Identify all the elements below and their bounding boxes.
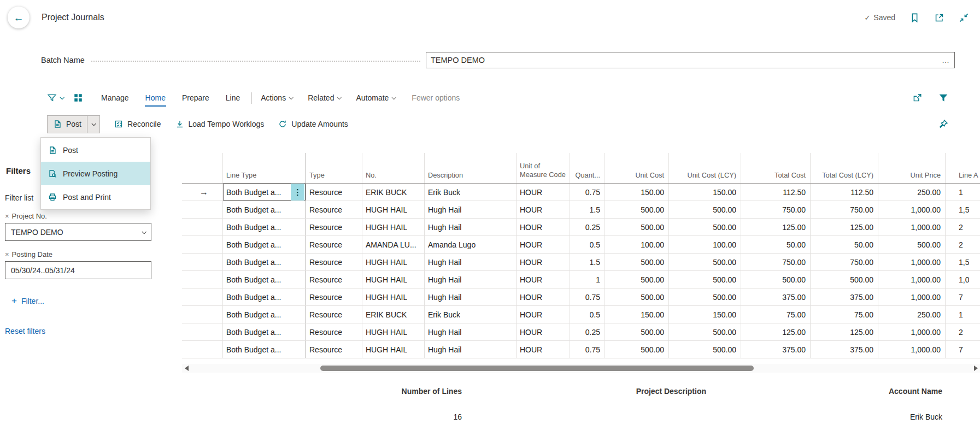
cell-total-cost-lcy[interactable]: 375.00 [811, 341, 878, 358]
cell-unit-cost[interactable]: 500.00 [605, 271, 669, 288]
cell-unit-cost[interactable]: 500.00 [605, 201, 669, 218]
cell-total-cost[interactable]: 375.00 [741, 341, 811, 358]
cell-no[interactable]: HUGH HAIL [362, 323, 425, 340]
cell-total-cost-lcy[interactable]: 75.00 [811, 306, 878, 323]
filter-icon[interactable] [938, 93, 948, 103]
cell-unit-of-measure[interactable]: HOUR [517, 236, 570, 253]
cell-unit-cost[interactable]: 150.00 [605, 306, 669, 323]
pin-icon[interactable] [938, 119, 948, 129]
cell-total-cost-lcy[interactable]: 750.00 [811, 201, 878, 218]
cell-total-cost[interactable]: 50.00 [741, 236, 811, 253]
saved-views-icon[interactable] [47, 93, 63, 103]
table-row[interactable]: → Both Budget a... ⋮ Resource HUGH HAIL … [182, 201, 980, 219]
cell-line-type[interactable]: Both Budget a... ⋮ [223, 271, 306, 288]
menu-item-post[interactable]: Post [41, 138, 150, 162]
cell-type[interactable]: Resource [306, 201, 362, 218]
cell-unit-of-measure[interactable]: HOUR [517, 254, 570, 270]
table-row[interactable]: → Both Budget a... ⋮ Resource ERIK BUCK … [182, 184, 980, 201]
cell-description[interactable]: Amanda Lugo [425, 236, 517, 253]
cell-unit-cost-lcy[interactable]: 100.00 [669, 236, 741, 253]
cell-total-cost[interactable]: 75.00 [741, 306, 811, 323]
menu-related[interactable]: Related [308, 93, 341, 102]
table-row[interactable]: → Both Budget a... ⋮ Resource HUGH HAIL … [182, 323, 980, 341]
column-header-no[interactable]: No. [362, 153, 425, 183]
cell-quantity[interactable]: 0.75 [570, 341, 605, 358]
cell-type[interactable]: Resource [306, 323, 362, 340]
cell-unit-cost[interactable]: 150.00 [605, 184, 669, 201]
cell-quantity[interactable]: 1.5 [570, 254, 605, 270]
cell-unit-cost-lcy[interactable]: 500.00 [669, 288, 741, 305]
cell-line-amount[interactable]: 2 [946, 236, 980, 253]
menu-actions[interactable]: Actions [261, 93, 292, 102]
cell-description[interactable]: Erik Buck [425, 306, 517, 323]
cell-unit-price[interactable]: 1,000.00 [878, 271, 946, 288]
table-row[interactable]: → Both Budget a... ⋮ Resource HUGH HAIL … [182, 219, 980, 236]
cell-quantity[interactable]: 1 [570, 271, 605, 288]
horizontal-scrollbar[interactable] [182, 364, 980, 373]
cell-unit-price[interactable]: 1,000.00 [878, 254, 946, 270]
cell-description[interactable]: Erik Buck [425, 184, 517, 201]
column-header-unit-price[interactable]: Unit Price [878, 153, 946, 183]
cell-line-amount[interactable]: 1 [946, 184, 980, 201]
cell-quantity[interactable]: 0.5 [570, 236, 605, 253]
row-context-menu-button[interactable]: ⋮ [291, 184, 304, 201]
scrollbar-thumb[interactable] [320, 366, 754, 371]
cell-line-type[interactable]: Both Budget a... ⋮ [223, 219, 306, 235]
add-filter-button[interactable]: + Filter... [11, 296, 44, 305]
cell-unit-cost[interactable]: 500.00 [605, 341, 669, 358]
cell-no[interactable]: HUGH HAIL [362, 288, 425, 305]
scroll-left-button[interactable] [182, 364, 191, 373]
cell-unit-cost[interactable]: 100.00 [605, 236, 669, 253]
cell-unit-cost[interactable]: 500.00 [605, 219, 669, 235]
cell-unit-of-measure[interactable]: HOUR [517, 306, 570, 323]
cell-total-cost[interactable]: 125.00 [741, 219, 811, 235]
cell-unit-price[interactable]: 1,000.00 [878, 341, 946, 358]
cell-no[interactable]: HUGH HAIL [362, 219, 425, 235]
share-icon[interactable] [912, 93, 922, 103]
table-row[interactable]: → Both Budget a... ⋮ Resource HUGH HAIL … [182, 341, 980, 358]
cell-line-amount[interactable]: 7 [946, 288, 980, 305]
table-row[interactable]: → Both Budget a... ⋮ Resource AMANDA LU.… [182, 236, 980, 254]
cell-unit-of-measure[interactable]: HOUR [517, 219, 570, 235]
cell-line-type[interactable]: Both Budget a... ⋮ [223, 254, 306, 270]
cell-type[interactable]: Resource [306, 184, 362, 201]
cell-total-cost-lcy[interactable]: 125.00 [811, 219, 878, 235]
cell-line-amount[interactable]: 1,5 [946, 201, 980, 218]
remove-filter-icon[interactable]: × [5, 212, 9, 220]
cell-description[interactable]: Hugh Hail [425, 219, 517, 235]
project-no-combobox[interactable]: TEMPO DEMO [5, 223, 151, 241]
reconcile-button[interactable]: Reconcile [114, 120, 161, 128]
table-row[interactable]: → Both Budget a... ⋮ Resource HUGH HAIL … [182, 288, 980, 306]
cell-description[interactable]: Hugh Hail [425, 323, 517, 340]
cell-unit-cost-lcy[interactable]: 500.00 [669, 219, 741, 235]
cell-description[interactable]: Hugh Hail [425, 254, 517, 270]
cell-no[interactable]: AMANDA LU... [362, 236, 425, 253]
column-header-total-cost-lcy[interactable]: Total Cost (LCY) [811, 153, 878, 183]
column-header-line-type[interactable]: Line Type [223, 153, 306, 183]
collapse-icon[interactable] [959, 13, 969, 23]
column-header-unit-of-measure-code[interactable]: Unit of Measure Code [517, 153, 570, 183]
cell-unit-cost[interactable]: 500.00 [605, 323, 669, 340]
post-dropdown-toggle[interactable] [87, 116, 99, 133]
cell-total-cost[interactable]: 375.00 [741, 288, 811, 305]
column-header-total-cost[interactable]: Total Cost [741, 153, 811, 183]
scroll-right-button[interactable] [971, 364, 980, 373]
cell-description[interactable]: Hugh Hail [425, 341, 517, 358]
menu-item-post-and-print[interactable]: Post and Print [41, 185, 150, 209]
cell-unit-cost[interactable]: 500.00 [605, 288, 669, 305]
cell-total-cost[interactable]: 750.00 [741, 201, 811, 218]
column-header-description[interactable]: Description [425, 153, 517, 183]
cell-unit-price[interactable]: 1,000.00 [878, 201, 946, 218]
cell-unit-price[interactable]: 1,000.00 [878, 288, 946, 305]
cell-total-cost-lcy[interactable]: 125.00 [811, 323, 878, 340]
cell-line-type[interactable]: Both Budget a... ⋮ [223, 288, 306, 305]
cell-total-cost-lcy[interactable]: 500.00 [811, 271, 878, 288]
tab-manage[interactable]: Manage [101, 89, 130, 107]
cell-line-amount[interactable]: 1,0 [946, 271, 980, 288]
cell-line-type[interactable]: Both Budget a... ⋮ [223, 236, 306, 253]
cell-unit-cost-lcy[interactable]: 500.00 [669, 341, 741, 358]
cell-type[interactable]: Resource [306, 254, 362, 270]
cell-line-amount[interactable]: 1 [946, 306, 980, 323]
table-row[interactable]: → Both Budget a... ⋮ Resource HUGH HAIL … [182, 271, 980, 288]
cell-quantity[interactable]: 0.75 [570, 184, 605, 201]
